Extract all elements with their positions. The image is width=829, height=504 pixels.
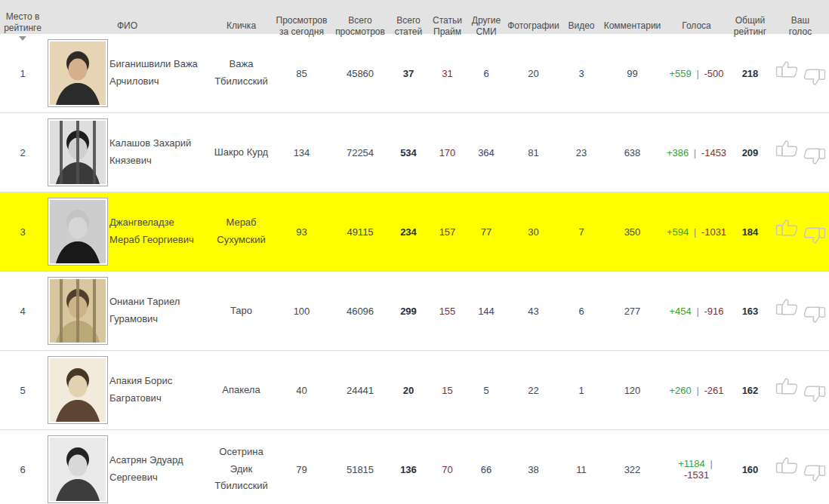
profile-photo[interactable]: [48, 118, 108, 186]
comments-count: 99: [600, 68, 664, 79]
full-name[interactable]: Апакия Борис Багратович: [109, 373, 209, 407]
full-name[interactable]: Асатрян Эдуард Сергеевич: [109, 452, 209, 487]
thumb-up-icon[interactable]: [775, 59, 799, 79]
videos-count: 11: [562, 464, 600, 475]
column-header-videos[interactable]: Видео: [562, 20, 600, 32]
other-media: 6: [468, 68, 504, 79]
thumb-down-icon[interactable]: [803, 226, 826, 246]
thumb-up-icon[interactable]: [775, 217, 799, 238]
overall-rating: 218: [729, 68, 772, 79]
votes: +260 | -261: [664, 385, 729, 396]
rank-value: 2: [0, 147, 45, 158]
thumb-down-icon[interactable]: [803, 305, 826, 325]
articles-prime: 15: [427, 385, 468, 396]
nickname: Осетрина Эдик Тбилисский: [209, 444, 273, 495]
portrait-placeholder-image: [50, 279, 106, 343]
rank-value: 6: [0, 464, 45, 475]
videos-count: 3: [562, 68, 600, 79]
views-today: 85: [273, 68, 330, 79]
column-header-articles-prime[interactable]: Статьи Прайм: [427, 15, 468, 38]
other-media: 66: [468, 464, 504, 475]
articles-total: 37: [390, 68, 427, 79]
column-header-votes[interactable]: Голоса: [664, 20, 729, 32]
articles-total: 234: [390, 226, 427, 238]
overall-rating: 184: [729, 226, 772, 238]
thumb-down-icon[interactable]: [803, 67, 826, 88]
votes-separator: |: [707, 458, 714, 469]
votes-negative: -261: [704, 385, 723, 396]
thumb-up-icon[interactable]: [775, 376, 799, 396]
videos-count: 7: [562, 226, 600, 238]
table-header: Место в рейтинге ФИО Кличка Просмотров з…: [0, 0, 829, 34]
profile-photo[interactable]: [48, 39, 108, 107]
votes-positive: +260: [670, 385, 692, 396]
thumb-down-icon[interactable]: [803, 384, 826, 404]
votes-negative: -1031: [701, 226, 726, 238]
column-header-name[interactable]: ФИО: [45, 20, 209, 32]
votes-positive: +386: [667, 147, 689, 158]
column-header-articles-total[interactable]: Всего статей: [390, 15, 427, 38]
column-header-your-vote[interactable]: Ваш голос: [772, 15, 829, 38]
views-today: 134: [273, 147, 330, 158]
votes-negative: -500: [704, 68, 723, 79]
column-header-views-total[interactable]: Всего просмотров: [330, 15, 390, 38]
views-total: 51815: [330, 464, 390, 475]
photos-count: 81: [504, 147, 562, 158]
photo-cell: [45, 39, 109, 107]
comments-count: 277: [600, 306, 664, 317]
votes-positive: +594: [667, 226, 689, 238]
column-header-rank[interactable]: Место в рейтинге: [0, 0, 45, 52]
photos-count: 43: [504, 306, 562, 317]
photo-cell: [45, 277, 109, 345]
views-today: 100: [273, 306, 330, 317]
thumb-up-icon[interactable]: [775, 455, 799, 475]
photo-cell: [45, 198, 109, 266]
profile-photo[interactable]: [48, 277, 108, 345]
thumb-down-icon[interactable]: [803, 146, 826, 167]
nickname: Таро: [209, 303, 273, 320]
column-header-rating[interactable]: Общий рейтинг: [729, 15, 772, 38]
photos-count: 30: [504, 226, 562, 238]
profile-photo[interactable]: [48, 356, 108, 424]
photos-count: 20: [504, 68, 562, 79]
column-header-comments[interactable]: Комментарии: [600, 20, 664, 32]
photos-count: 22: [504, 385, 562, 396]
nickname: Апакела: [209, 382, 273, 399]
table-row: 5 Апакия Борис Багратович Апакела 40 244…: [0, 351, 829, 430]
other-media: 5: [468, 385, 504, 396]
thumb-down-icon[interactable]: [803, 463, 826, 484]
column-header-nickname[interactable]: Кличка: [209, 20, 273, 32]
comments-count: 638: [600, 147, 664, 158]
articles-prime: 70: [427, 464, 468, 475]
table-row: 4 Ониани Тариел Гурамович Таро 100 46: [0, 272, 829, 351]
profile-photo[interactable]: [48, 435, 108, 503]
articles-total: 136: [390, 464, 427, 475]
thumb-up-icon[interactable]: [775, 297, 799, 317]
portrait-placeholder-image: [50, 200, 106, 263]
full-name[interactable]: Биганишвили Важа Арчилович: [109, 56, 209, 91]
column-header-photos[interactable]: Фотографии: [504, 20, 562, 32]
comments-count: 350: [600, 226, 664, 238]
comments-count: 120: [600, 385, 664, 396]
nickname: Мераб Сухумский: [209, 214, 273, 249]
overall-rating: 209: [729, 147, 772, 158]
thumb-up-icon[interactable]: [775, 138, 799, 158]
full-name[interactable]: Ониани Тариел Гурамович: [109, 293, 209, 328]
votes-negative: -916: [704, 306, 723, 317]
column-header-views-today[interactable]: Просмотров за сегодня: [273, 15, 330, 38]
full-name[interactable]: Калашов Захарий Князевич: [109, 135, 209, 170]
profile-photo[interactable]: [48, 198, 108, 266]
votes-separator: |: [692, 147, 698, 158]
rank-value: 5: [0, 385, 45, 396]
rank-value: 3: [0, 226, 45, 238]
rank-value: 1: [0, 68, 45, 79]
portrait-placeholder-image: [50, 358, 106, 422]
full-name[interactable]: Джангвеладзе Мераб Георгиевич: [109, 214, 209, 249]
votes: +454 | -916: [664, 306, 729, 317]
votes-separator: |: [694, 68, 701, 79]
views-total: 49115: [330, 226, 390, 238]
column-header-rank-label: Место в рейтинге: [4, 11, 42, 33]
column-header-other-media[interactable]: Другие СМИ: [468, 15, 504, 38]
photo-cell: [45, 356, 109, 424]
vote-buttons: [772, 455, 829, 484]
